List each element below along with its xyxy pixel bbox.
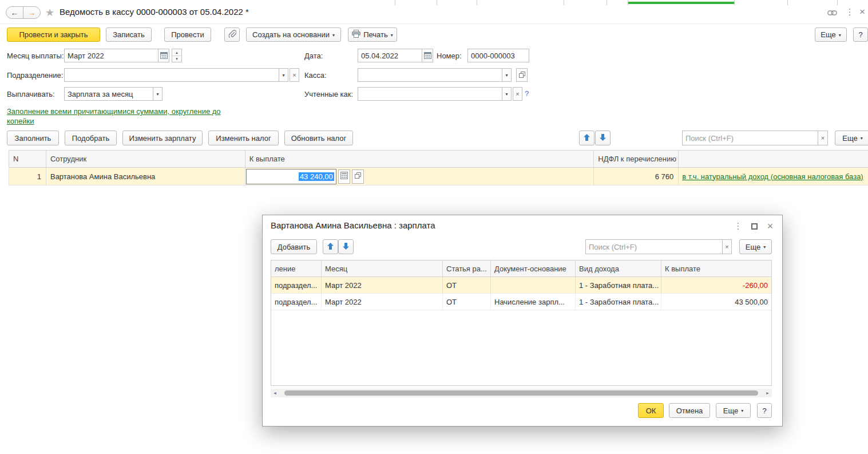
nav-forward-button[interactable]: → xyxy=(23,6,41,19)
header-to-pay[interactable]: К выплате xyxy=(245,151,594,167)
natural-income-link[interactable]: в т.ч. натуральный доход (основная налог… xyxy=(682,172,863,181)
toolbar-help-button[interactable]: ? xyxy=(853,27,868,42)
employee-row[interactable]: 1 Вартанова Амина Васильевна 43 240,00 6… xyxy=(9,168,868,185)
cashdesk-open-button[interactable] xyxy=(516,68,528,82)
fill-amounts-link-text[interactable]: Заполнение всеми причитающимися суммами,… xyxy=(7,107,221,125)
dialog-row[interactable]: подраздел... Март 2022 ОТ 1 - Заработная… xyxy=(271,277,771,294)
dheader-month[interactable]: Месяц xyxy=(322,260,443,277)
pay-out-dropdown-button[interactable]: ▾ xyxy=(153,87,162,101)
nav-back-button[interactable]: ← xyxy=(6,6,23,19)
drow-expense-item[interactable]: ОТ xyxy=(443,277,491,293)
pick-button[interactable]: Подобрать xyxy=(65,131,117,145)
search-input[interactable] xyxy=(685,134,815,143)
dialog-search-input[interactable] xyxy=(589,243,719,251)
refresh-tax-button[interactable]: Обновить налог xyxy=(284,131,353,145)
accounted-as-input[interactable] xyxy=(361,90,499,98)
drow-income-type[interactable]: 1 - Заработная плата... xyxy=(576,277,661,293)
create-based-on-button[interactable]: Создать на основании▾ xyxy=(246,27,341,42)
dialog-search-clear-button[interactable]: × xyxy=(722,239,732,254)
dialog-search-field[interactable] xyxy=(585,239,723,254)
dialog-row[interactable]: подраздел... Март 2022 ОТ Начисление зар… xyxy=(271,294,771,310)
date-calendar-button[interactable] xyxy=(422,49,433,62)
cashdesk-field[interactable] xyxy=(358,68,502,82)
cashdesk-input[interactable] xyxy=(361,71,499,80)
to-pay-edit-field[interactable]: 43 240,00 xyxy=(246,169,336,184)
to-pay-calculator-button[interactable] xyxy=(338,169,350,184)
number-input[interactable] xyxy=(471,52,526,60)
change-tax-button[interactable]: Изменить налог xyxy=(208,131,279,145)
drow-month[interactable]: Март 2022 xyxy=(322,294,443,310)
accounted-as-help-link[interactable]: ? xyxy=(525,89,529,98)
pay-out-field[interactable] xyxy=(64,87,153,101)
move-up-button[interactable] xyxy=(579,131,594,145)
pay-out-input[interactable] xyxy=(68,90,150,98)
close-window-icon[interactable]: × xyxy=(857,6,867,18)
cashdesk-dropdown-button[interactable]: ▾ xyxy=(502,68,512,82)
drow-to-pay[interactable]: 43 500,00 xyxy=(661,294,771,310)
dialog-more-button[interactable]: Еще▾ xyxy=(739,239,772,254)
date-input[interactable] xyxy=(361,52,419,60)
scrollbar-thumb[interactable] xyxy=(284,390,758,396)
cell-ndfl[interactable]: 6 760 xyxy=(594,168,679,185)
fill-amounts-link[interactable]: Заполнение всеми причитающимися суммами,… xyxy=(7,106,231,126)
accounted-as-clear-button[interactable]: × xyxy=(513,87,522,101)
cell-n[interactable]: 1 xyxy=(9,168,46,185)
drow-month[interactable]: Март 2022 xyxy=(322,277,443,293)
dialog-cancel-button[interactable]: Отмена xyxy=(669,403,710,418)
attachments-button[interactable] xyxy=(224,27,240,42)
search-field[interactable] xyxy=(682,131,818,145)
date-field[interactable] xyxy=(358,49,422,62)
dialog-move-down-button[interactable] xyxy=(338,239,354,254)
spin-down-icon[interactable]: ▾ xyxy=(172,56,181,62)
list-more-button[interactable]: Еще▾ xyxy=(835,131,868,145)
payout-month-calendar-button[interactable] xyxy=(158,49,169,62)
header-ndfl[interactable]: НДФЛ к перечислению xyxy=(594,151,679,167)
department-input[interactable] xyxy=(68,71,276,80)
dialog-more-dots-icon[interactable]: ⋮ xyxy=(733,220,743,232)
drow-department[interactable]: подраздел... xyxy=(271,277,322,293)
link-icon[interactable] xyxy=(826,8,838,17)
search-clear-button[interactable]: × xyxy=(818,131,828,145)
cell-natural-income[interactable]: в т.ч. натуральный доход (основная налог… xyxy=(679,168,868,185)
department-field[interactable] xyxy=(64,68,279,82)
accounted-as-dropdown-button[interactable]: ▾ xyxy=(502,87,512,101)
fill-button[interactable]: Заполнить xyxy=(7,131,59,145)
toolbar-more-button[interactable]: Еще▾ xyxy=(815,27,847,42)
payout-month-input[interactable] xyxy=(68,52,155,60)
move-down-button[interactable] xyxy=(595,131,611,145)
drow-to-pay[interactable]: -260,00 xyxy=(661,277,771,293)
scroll-left-icon[interactable]: ◄ xyxy=(271,389,279,397)
dheader-base-document[interactable]: Документ-основание xyxy=(491,260,576,277)
post-button[interactable]: Провести xyxy=(164,27,211,42)
header-employee[interactable]: Сотрудник xyxy=(46,151,245,167)
number-field[interactable] xyxy=(467,49,529,62)
spin-up-icon[interactable]: ▴ xyxy=(172,49,181,56)
cell-employee[interactable]: Вартанова Амина Васильевна xyxy=(46,168,245,185)
dialog-ok-button[interactable]: ОК xyxy=(638,403,664,418)
dheader-to-pay[interactable]: К выплате xyxy=(661,260,771,277)
cell-to-pay[interactable]: 43 240,00 xyxy=(245,168,594,185)
accounted-as-field[interactable] xyxy=(358,87,502,101)
post-and-close-button[interactable]: Провести и закрыть xyxy=(7,27,100,42)
payout-month-spinner[interactable]: ▴ ▾ xyxy=(172,49,182,62)
drow-base-document[interactable] xyxy=(491,277,576,293)
scroll-right-icon[interactable]: ► xyxy=(763,389,772,397)
dialog-maximize-icon[interactable] xyxy=(749,220,759,232)
dheader-expense-item[interactable]: Статья ра... xyxy=(443,260,491,277)
header-n[interactable]: N xyxy=(9,151,46,167)
dialog-footer-more-button[interactable]: Еще▾ xyxy=(716,403,751,418)
dialog-close-icon[interactable]: × xyxy=(765,220,775,232)
dheader-income-type[interactable]: Вид дохода xyxy=(576,260,661,277)
change-salary-button[interactable]: Изменить зарплату xyxy=(122,131,203,145)
dheader-department[interactable]: ление xyxy=(271,260,322,277)
drow-base-document[interactable]: Начисление зарпл... xyxy=(491,294,576,310)
drow-department[interactable]: подраздел... xyxy=(271,294,322,310)
drow-expense-item[interactable]: ОТ xyxy=(443,294,491,310)
dialog-horizontal-scrollbar[interactable]: ◄ ► xyxy=(271,389,772,397)
favorite-star-icon[interactable]: ★ xyxy=(45,6,54,19)
department-clear-button[interactable]: × xyxy=(290,68,299,82)
to-pay-open-button[interactable] xyxy=(352,169,364,184)
print-button[interactable]: Печать▾ xyxy=(348,27,397,42)
drow-income-type[interactable]: 1 - Заработная плата... xyxy=(576,294,661,310)
more-dots-icon[interactable]: ⋮ xyxy=(845,6,855,18)
